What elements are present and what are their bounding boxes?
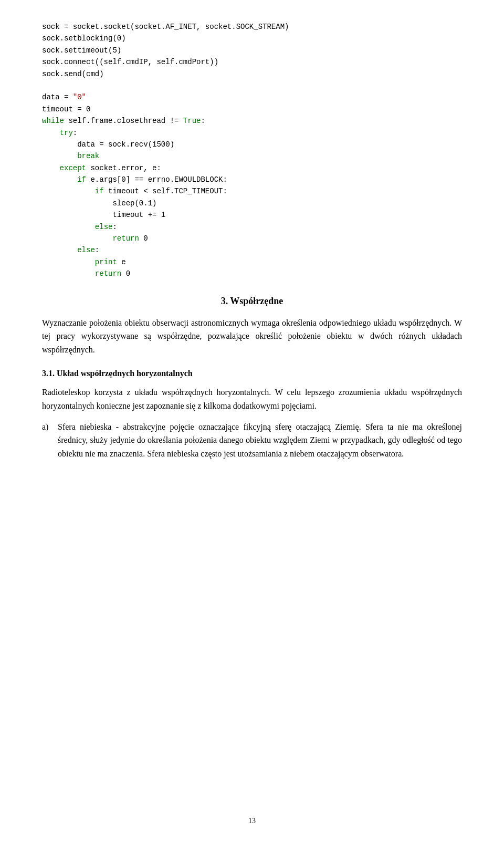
section-3-1-text1: Radioteleskop korzysta z układu współrzę… [42,386,462,412]
list-item-a-text: Sfera niebieska - abstrakcyjne pojęcie o… [58,422,462,458]
code-line-18: return 0 [42,234,148,243]
code-line-10: data = sock.recv(1500) [42,140,174,149]
code-line-11: break [42,152,99,160]
list-item-a: a) Sfera niebieska - abstrakcyjne pojęci… [42,420,462,461]
code-line-7: timeout = 0 [42,105,90,113]
list-item-a-label: a) [42,420,48,434]
section-3-heading: 3. Współrzędne [42,296,462,307]
code-line-3: sock.settimeout(5) [42,46,121,55]
code-line-4: sock.connect((self.cmdIP, self.cmdPort)) [42,58,218,66]
page-number: 13 [42,817,462,825]
section-3-intro: Wyznaczanie położenia obiektu obserwacji… [42,316,462,357]
code-line-17: else: [42,223,117,231]
section-3-1-heading: 3.1. Układ współrzędnych horyzontalnych [42,369,462,378]
code-line-16: timeout += 1 [42,211,165,219]
code-line-8: while self.frame.closethread != True: [42,117,205,125]
code-line-21: return 0 [42,269,130,278]
code-line-2: sock.setblocking(0) [42,34,126,43]
code-block: sock = socket.socket(socket.AF_INET, soc… [42,21,462,280]
code-line-19: else: [42,246,99,254]
code-line-15: sleep(0.1) [42,199,156,207]
code-line-5: sock.send(cmd) [42,70,104,78]
page: sock = socket.socket(socket.AF_INET, soc… [0,0,504,841]
code-line-1: sock = socket.socket(socket.AF_INET, soc… [42,23,289,31]
code-line-12: except socket.error, e: [42,164,161,172]
code-line-20: print e [42,258,126,266]
code-line-6: data = "0" [42,93,86,101]
code-line-9: try: [42,129,77,137]
code-line-13: if e.args[0] == errno.EWOULDBLOCK: [42,175,227,184]
code-line-14: if timeout < self.TCP_TIMEOUT: [42,187,227,195]
